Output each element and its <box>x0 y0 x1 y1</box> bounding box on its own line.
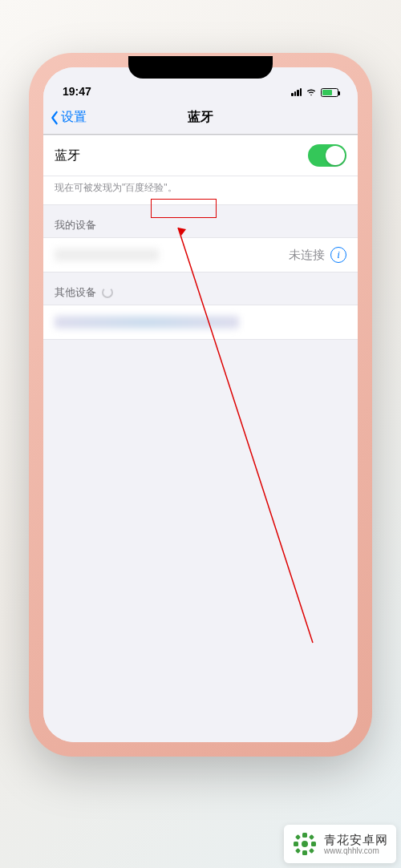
content: 蓝牙 现在可被发现为"百度经验"。 我的设备 未连接 i 其他设备 <box>43 135 358 742</box>
watermark-title: 青花安卓网 <box>324 833 388 846</box>
svg-point-11 <box>302 841 308 847</box>
svg-rect-4 <box>302 850 307 855</box>
status-time: 19:47 <box>63 85 91 98</box>
other-devices-label: 其他设备 <box>55 285 96 300</box>
info-icon[interactable]: i <box>330 247 346 263</box>
device-name-redacted <box>55 248 159 261</box>
watermark: 青花安卓网 www.qhhlv.com <box>284 825 396 863</box>
svg-rect-9 <box>295 848 301 854</box>
svg-rect-7 <box>295 834 301 840</box>
other-device-row[interactable] <box>43 305 358 340</box>
device-status-area: 未连接 i <box>289 247 346 263</box>
my-devices-label: 我的设备 <box>55 218 96 232</box>
svg-rect-3 <box>302 833 307 838</box>
page-title: 蓝牙 <box>188 109 213 126</box>
chevron-left-icon <box>50 111 59 125</box>
bluetooth-toggle-row[interactable]: 蓝牙 <box>43 135 358 176</box>
other-devices-header: 其他设备 <box>43 273 358 305</box>
other-device-name-redacted <box>55 316 239 329</box>
svg-rect-5 <box>294 842 298 846</box>
bluetooth-toggle[interactable] <box>308 144 346 167</box>
annotation-box <box>151 199 217 218</box>
my-device-row[interactable]: 未连接 i <box>43 237 358 273</box>
phone-frame: 19:47 设置 蓝牙 蓝牙 现在可被发现为"百度经验"。 我的设备 <box>32 56 369 753</box>
battery-icon <box>321 88 338 97</box>
svg-rect-8 <box>309 834 314 840</box>
spinner-icon <box>102 287 113 298</box>
back-button[interactable]: 设置 <box>50 101 87 134</box>
screen: 19:47 设置 蓝牙 蓝牙 现在可被发现为"百度经验"。 我的设备 <box>43 67 358 742</box>
watermark-logo-icon <box>292 831 318 857</box>
wifi-icon <box>306 87 317 98</box>
nav-bar: 设置 蓝牙 <box>43 101 358 135</box>
device-status: 未连接 <box>289 248 325 263</box>
svg-rect-6 <box>311 842 316 846</box>
notch <box>128 56 273 79</box>
back-label: 设置 <box>61 109 87 126</box>
svg-rect-10 <box>309 848 314 854</box>
svg-point-0 <box>310 95 312 96</box>
cellular-signal-icon <box>291 88 302 96</box>
status-icons <box>291 87 338 98</box>
watermark-url: www.qhhlv.com <box>324 846 388 856</box>
bluetooth-label: 蓝牙 <box>55 147 80 164</box>
